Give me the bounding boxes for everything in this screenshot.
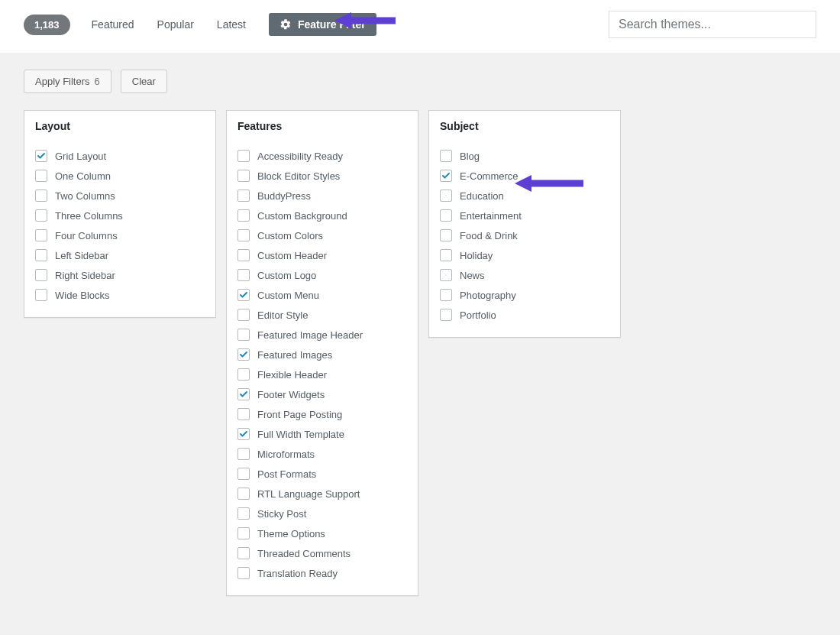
filter-checkbox-row[interactable]: Grid Layout	[35, 146, 205, 166]
checkbox-label: Photography	[460, 290, 516, 301]
filter-checkbox-row[interactable]: Holiday	[440, 245, 609, 265]
checkbox-label: Threaded Comments	[257, 548, 351, 559]
checkbox-label: Theme Options	[257, 528, 325, 539]
checkbox-label: Four Columns	[55, 230, 118, 241]
features-list: Accessibility ReadyBlock Editor StylesBu…	[227, 143, 418, 595]
checkbox-label: Custom Menu	[257, 290, 319, 301]
checkbox-icon	[237, 468, 250, 480]
filter-checkbox-row[interactable]: Theme Options	[237, 523, 407, 543]
checkbox-label: Two Columns	[55, 190, 115, 202]
filter-checkbox-row[interactable]: Right Sidebar	[35, 265, 205, 285]
filter-checkbox-row[interactable]: Custom Menu	[237, 285, 407, 305]
checkbox-icon	[237, 388, 250, 400]
checkbox-icon	[440, 170, 452, 182]
layout-panel-title: Layout	[24, 111, 215, 143]
checkbox-label: Custom Logo	[257, 270, 316, 281]
checkbox-icon	[237, 170, 250, 182]
checkbox-icon	[440, 229, 452, 241]
checkbox-label: BuddyPress	[257, 190, 311, 202]
filter-checkbox-row[interactable]: Two Columns	[35, 186, 205, 206]
filter-checkbox-row[interactable]: One Column	[35, 166, 205, 186]
filter-actions-row: Apply Filters 6 Clear	[24, 70, 816, 93]
checkbox-label: Portfolio	[460, 309, 496, 321]
checkbox-label: Flexible Header	[257, 369, 327, 381]
tab-popular[interactable]: Popular	[147, 12, 205, 37]
filter-checkbox-row[interactable]: Sticky Post	[237, 504, 407, 523]
checkbox-icon	[440, 209, 452, 222]
filter-checkbox-row[interactable]: Featured Image Header	[237, 325, 407, 345]
annotation-arrow-feature-filter	[334, 11, 396, 31]
apply-filters-button[interactable]: Apply Filters 6	[24, 70, 111, 93]
filter-checkbox-row[interactable]: Full Width Template	[237, 424, 407, 444]
filter-checkbox-row[interactable]: Entertainment	[440, 206, 609, 225]
filter-checkbox-row[interactable]: Flexible Header	[237, 364, 407, 384]
checkbox-label: Custom Background	[257, 210, 347, 222]
filter-checkbox-row[interactable]: Accessibility Ready	[237, 146, 407, 166]
checkbox-label: Education	[460, 190, 504, 202]
filter-checkbox-row[interactable]: BuddyPress	[237, 186, 407, 206]
checkbox-icon	[35, 269, 47, 281]
filter-checkbox-row[interactable]: Front Page Posting	[237, 404, 407, 424]
filter-checkbox-row[interactable]: Food & Drink	[440, 225, 609, 245]
checkbox-icon	[237, 249, 250, 261]
checkbox-icon	[237, 547, 250, 559]
checkbox-label: Three Columns	[55, 210, 123, 222]
subject-panel: Subject BlogE-CommerceEducationEntertain…	[428, 110, 621, 338]
filter-checkbox-row[interactable]: Block Editor Styles	[237, 166, 407, 186]
checkbox-label: Left Sidebar	[55, 250, 108, 261]
checkbox-icon	[237, 348, 250, 361]
filter-checkbox-row[interactable]: Three Columns	[35, 206, 205, 225]
checkbox-label: Wide Blocks	[55, 290, 110, 301]
filter-checkbox-row[interactable]: Custom Colors	[237, 225, 407, 245]
checkbox-icon	[237, 448, 250, 460]
filter-checkbox-row[interactable]: Left Sidebar	[35, 245, 205, 265]
filter-panels: Layout Grid LayoutOne ColumnTwo ColumnsT…	[24, 110, 816, 596]
checkbox-label: Editor Style	[257, 309, 308, 321]
filter-checkbox-row[interactable]: Blog	[440, 146, 609, 166]
checkbox-label: Full Width Template	[257, 429, 344, 440]
checkbox-icon	[440, 150, 452, 162]
clear-button[interactable]: Clear	[121, 70, 167, 93]
filter-checkbox-row[interactable]: News	[440, 265, 609, 285]
filter-checkbox-row[interactable]: Four Columns	[35, 225, 205, 245]
filter-checkbox-row[interactable]: RTL Language Support	[237, 484, 407, 504]
tab-latest[interactable]: Latest	[206, 12, 257, 37]
filter-checkbox-row[interactable]: Custom Background	[237, 206, 407, 225]
filter-checkbox-row[interactable]: Portfolio	[440, 305, 609, 325]
checkbox-icon	[237, 289, 250, 301]
checkbox-label: Accessibility Ready	[257, 151, 343, 162]
filter-checkbox-row[interactable]: Custom Header	[237, 245, 407, 265]
filter-checkbox-row[interactable]: Custom Logo	[237, 265, 407, 285]
checkbox-label: Holiday	[460, 250, 493, 261]
checkbox-label: Front Page Posting	[257, 409, 342, 420]
filter-checkbox-row[interactable]: Threaded Comments	[237, 543, 407, 563]
subject-list: BlogE-CommerceEducationEntertainmentFood…	[429, 143, 620, 337]
checkbox-label: Entertainment	[460, 210, 522, 222]
checkbox-icon	[237, 229, 250, 241]
header-bar: 1,183 Featured Popular Latest Feature Fi…	[0, 0, 840, 54]
checkbox-icon	[35, 170, 47, 182]
theme-count-badge: 1,183	[24, 15, 70, 35]
filter-checkbox-row[interactable]: Footer Widgets	[237, 384, 407, 404]
gear-icon	[279, 18, 292, 31]
checkbox-icon	[237, 329, 250, 341]
filter-content: Apply Filters 6 Clear Layout Grid Layout…	[0, 54, 840, 611]
checkbox-label: Microformats	[257, 449, 315, 460]
filter-checkbox-row[interactable]: Photography	[440, 285, 609, 305]
search-input[interactable]	[609, 11, 816, 38]
filter-checkbox-row[interactable]: Microformats	[237, 444, 407, 464]
tab-featured[interactable]: Featured	[81, 12, 145, 37]
checkbox-icon	[35, 289, 47, 301]
filter-checkbox-row[interactable]: Translation Ready	[237, 563, 407, 583]
apply-filters-count: 6	[95, 76, 100, 87]
filter-checkbox-row[interactable]: Featured Images	[237, 345, 407, 364]
checkbox-icon	[237, 507, 250, 520]
checkbox-icon	[237, 269, 250, 281]
checkbox-icon	[237, 428, 250, 440]
filter-checkbox-row[interactable]: Post Formats	[237, 464, 407, 484]
apply-filters-label: Apply Filters	[35, 76, 90, 87]
checkbox-label: Post Formats	[257, 468, 316, 480]
filter-checkbox-row[interactable]: Editor Style	[237, 305, 407, 325]
clear-label: Clear	[132, 76, 156, 87]
filter-checkbox-row[interactable]: Wide Blocks	[35, 285, 205, 305]
